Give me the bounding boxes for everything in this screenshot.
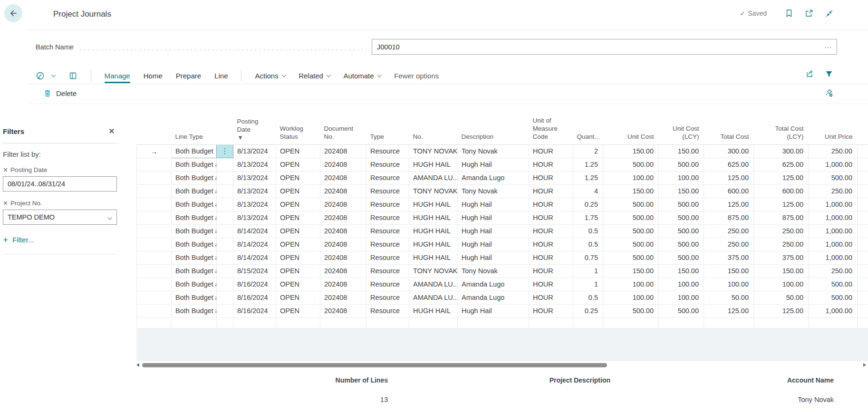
cell-sliver[interactable] xyxy=(858,144,868,158)
cell-no[interactable]: HUGH HAIL xyxy=(409,251,458,264)
cell-worklog-status[interactable]: OPEN xyxy=(276,238,320,251)
cell-uom[interactable]: HOUR xyxy=(529,291,573,304)
cell-posting-date[interactable]: 8/14/2024 xyxy=(233,224,276,238)
fewer-options-button[interactable]: Fewer options xyxy=(394,72,439,80)
cell-unit-cost-lcy[interactable]: 500.00 xyxy=(659,211,704,224)
cell-sliver[interactable] xyxy=(858,211,868,224)
back-button[interactable] xyxy=(4,4,22,22)
cell-sliver[interactable] xyxy=(858,198,868,211)
cell-posting-date[interactable]: 8/14/2024 xyxy=(233,238,276,251)
cell-gutter[interactable] xyxy=(137,304,172,317)
cell-unit-price[interactable]: 1,000.00 xyxy=(809,158,858,171)
cell-menu[interactable] xyxy=(217,224,233,238)
cell-document-no[interactable]: 202408 xyxy=(320,251,366,264)
cell-quantity[interactable]: 4 xyxy=(573,184,603,198)
cell-total-cost-lcy[interactable]: 125.00 xyxy=(754,171,809,184)
cell-type[interactable]: Resource xyxy=(366,304,409,317)
cell-unit-cost-lcy[interactable]: 150.00 xyxy=(659,264,704,278)
cell-sliver[interactable] xyxy=(858,291,868,304)
share-button[interactable] xyxy=(805,69,814,78)
cell-sliver[interactable] xyxy=(858,224,868,238)
cell-unit-price[interactable]: 250.00 xyxy=(809,144,858,158)
column-header-uom[interactable]: Unit of Measure Code xyxy=(529,117,573,144)
cell-unit-cost-lcy[interactable]: 150.00 xyxy=(659,184,704,198)
cell-line-type[interactable]: Both Budget a... xyxy=(172,224,217,238)
cell-gutter[interactable] xyxy=(137,251,172,264)
cell-quantity[interactable]: 0.5 xyxy=(573,224,603,238)
cell-type[interactable]: Resource xyxy=(366,211,409,224)
cell-unit-cost[interactable]: 500.00 xyxy=(603,304,659,317)
batch-name-field[interactable]: ... xyxy=(372,39,837,55)
cell-unit-price[interactable]: 500.00 xyxy=(809,171,858,184)
cell-sliver[interactable] xyxy=(858,251,868,264)
remove-filter-icon[interactable]: ✕ xyxy=(3,166,8,173)
cell-unit-cost[interactable]: 500.00 xyxy=(603,211,659,224)
column-header-description[interactable]: Description xyxy=(458,117,529,144)
scroll-left-arrow[interactable] xyxy=(136,363,139,367)
cell-unit-cost[interactable]: 500.00 xyxy=(603,238,659,251)
cell-description[interactable]: Hugh Hail xyxy=(458,211,529,224)
cell-posting-date[interactable]: 8/13/2024 xyxy=(233,144,276,158)
cell-total-cost[interactable]: 125.00 xyxy=(704,171,754,184)
cell-unit-cost-lcy[interactable]: 500.00 xyxy=(659,224,704,238)
row-context-menu-button[interactable]: ⋮ xyxy=(217,145,233,158)
cell-quantity[interactable]: 0.5 xyxy=(573,291,603,304)
cell-menu[interactable] xyxy=(217,158,233,171)
scrollbar-thumb[interactable] xyxy=(142,363,607,367)
cell-total-cost-lcy[interactable]: 250.00 xyxy=(754,238,809,251)
cell-sliver[interactable] xyxy=(858,171,868,184)
cell-unit-cost-lcy[interactable]: 100.00 xyxy=(659,291,704,304)
cell-total-cost[interactable]: 300.00 xyxy=(704,144,754,158)
cell-total-cost-lcy[interactable]: 125.00 xyxy=(754,198,809,211)
cell-menu[interactable] xyxy=(217,211,233,224)
cell-gutter[interactable] xyxy=(137,184,172,198)
cell-description[interactable]: Amanda Lugo xyxy=(458,171,529,184)
cell-posting-date[interactable]: 8/13/2024 xyxy=(233,184,276,198)
tab-prepare[interactable]: Prepare xyxy=(176,72,201,80)
cell-gutter[interactable] xyxy=(137,198,172,211)
project-no-filter-input[interactable] xyxy=(3,213,108,221)
column-header-total-cost[interactable]: Total Cost xyxy=(704,117,754,144)
cell-line-type[interactable]: Both Budget xyxy=(172,144,217,158)
cell-no[interactable]: TONY NOVAK xyxy=(409,144,458,158)
cell-total-cost[interactable]: 125.00 xyxy=(704,304,754,317)
cell-worklog-status[interactable]: OPEN xyxy=(276,224,320,238)
cell-menu[interactable] xyxy=(217,184,233,198)
cell-description[interactable]: Hugh Hail xyxy=(458,224,529,238)
cell-line-type[interactable]: Both Budget a... xyxy=(172,304,217,317)
cell-uom[interactable]: HOUR xyxy=(529,238,573,251)
remove-filter-icon[interactable]: ✕ xyxy=(3,200,8,207)
bookmark-button[interactable] xyxy=(785,9,793,18)
cell-gutter[interactable] xyxy=(137,211,172,224)
cell-unit-cost[interactable]: 150.00 xyxy=(603,264,659,278)
cell-menu[interactable] xyxy=(217,198,233,211)
cell-unit-price[interactable]: 1,000.00 xyxy=(809,304,858,317)
project-no-filter-field[interactable] xyxy=(3,210,117,225)
cell-unit-price[interactable]: 1,000.00 xyxy=(809,198,858,211)
cell-type[interactable]: Resource xyxy=(366,184,409,198)
cell-posting-date[interactable]: 8/16/2024 xyxy=(233,278,276,291)
cell-no[interactable]: HUGH HAIL xyxy=(409,238,458,251)
cell-unit-cost[interactable]: 500.00 xyxy=(603,224,659,238)
cell-unit-price[interactable]: 250.00 xyxy=(809,264,858,278)
column-header-unit-cost-lcy[interactable]: Unit Cost (LCY) xyxy=(659,117,704,144)
cell-gutter[interactable] xyxy=(137,158,172,171)
cell-quantity[interactable]: 1.75 xyxy=(573,211,603,224)
cell-worklog-status[interactable]: OPEN xyxy=(276,278,320,291)
cell-unit-price[interactable]: 1,000.00 xyxy=(809,238,858,251)
cell-type[interactable]: Resource xyxy=(366,264,409,278)
cell-line-type[interactable]: Both Budget a... xyxy=(172,251,217,264)
batch-lookup-button[interactable]: ... xyxy=(822,41,837,52)
cell-type[interactable]: Resource xyxy=(366,224,409,238)
cell-total-cost[interactable]: 125.00 xyxy=(704,198,754,211)
cell-type[interactable]: Resource xyxy=(366,158,409,171)
cell-total-cost-lcy[interactable]: 375.00 xyxy=(754,251,809,264)
menu-automate[interactable]: Automate xyxy=(343,72,381,80)
cell-unit-price[interactable]: 1,000.00 xyxy=(809,211,858,224)
cell-sliver[interactable] xyxy=(858,278,868,291)
cell-posting-date[interactable]: 8/15/2024 xyxy=(233,264,276,278)
cell-document-no[interactable]: 202408 xyxy=(320,144,366,158)
cell-document-no[interactable]: 202408 xyxy=(320,278,366,291)
cell-uom[interactable]: HOUR xyxy=(529,144,573,158)
cell-unit-cost[interactable]: 100.00 xyxy=(603,291,659,304)
